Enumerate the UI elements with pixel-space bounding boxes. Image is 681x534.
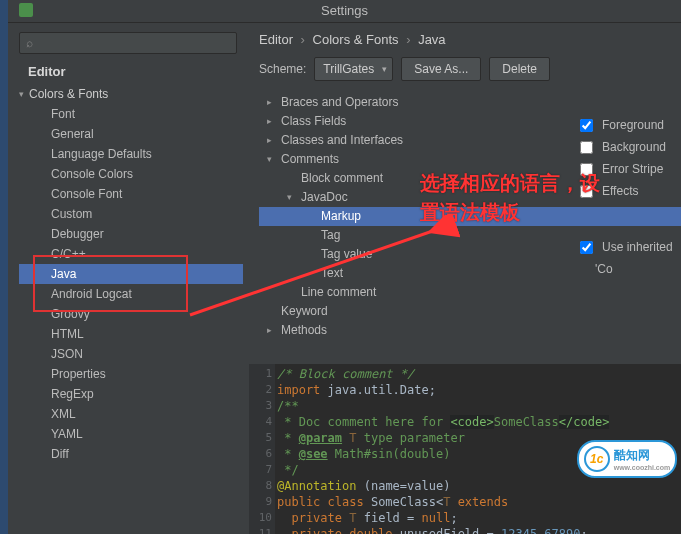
inherit-from-label: 'Co [576, 258, 681, 280]
tree-item-debugger[interactable]: Debugger [19, 224, 243, 244]
watermark-url: www.coozhi.com [614, 464, 671, 471]
opt-keyword[interactable]: Keyword [259, 302, 681, 321]
watermark-badge: 1c 酷知网 www.coozhi.com [577, 440, 677, 478]
crumb-sep-icon: › [301, 32, 305, 47]
opt-braces[interactable]: Braces and Operators [259, 93, 681, 112]
tree-item-ccpp[interactable]: C/C++ [19, 244, 243, 264]
delete-button[interactable]: Delete [489, 57, 550, 81]
stripe-checkbox[interactable]: Error Stripe [576, 158, 681, 180]
tree-root-colors-fonts[interactable]: Colors & Fonts [19, 84, 243, 104]
scheme-dropdown[interactable]: TrillGates [314, 57, 393, 81]
scheme-row: Scheme: TrillGates Save As... Delete [249, 57, 681, 81]
tree-item-language-defaults[interactable]: Language Defaults [19, 144, 243, 164]
effects-checkbox[interactable]: Effects [576, 180, 681, 202]
tree-item-custom[interactable]: Custom [19, 204, 243, 224]
settings-search-input[interactable]: ⌕ [19, 32, 237, 54]
tree-item-diff[interactable]: Diff [19, 444, 243, 464]
breadcrumb: Editor › Colors & Fonts › Java [249, 28, 681, 57]
title-bar: Settings [8, 0, 681, 23]
settings-tree[interactable]: Colors & Fonts Font General Language Def… [19, 84, 243, 464]
opt-line-comment[interactable]: Line comment [259, 283, 681, 302]
tree-item-general[interactable]: General [19, 124, 243, 144]
crumb-sep-icon: › [406, 32, 410, 47]
tree-item-font[interactable]: Font [19, 104, 243, 124]
save-as-button[interactable]: Save As... [401, 57, 481, 81]
tree-item-html[interactable]: HTML [19, 324, 243, 344]
tree-item-android-logcat[interactable]: Android Logcat [19, 284, 243, 304]
gutter: 123456789101112 [249, 364, 275, 534]
tree-item-xml[interactable]: XML [19, 404, 243, 424]
foreground-checkbox[interactable]: Foreground [576, 114, 681, 136]
tree-item-properties[interactable]: Properties [19, 364, 243, 384]
watermark-icon: 1c [584, 446, 610, 472]
scheme-label: Scheme: [259, 62, 306, 76]
crumb-editor[interactable]: Editor [259, 32, 293, 47]
background-checkbox[interactable]: Background [576, 136, 681, 158]
app-icon [19, 3, 33, 17]
watermark-text: 酷知网 [614, 447, 671, 464]
tree-item-console-colors[interactable]: Console Colors [19, 164, 243, 184]
crumb-colors-fonts[interactable]: Colors & Fonts [313, 32, 399, 47]
ide-left-strip [0, 0, 8, 534]
tree-item-regexp[interactable]: RegExp [19, 384, 243, 404]
sidebar-section-header: Editor [28, 64, 66, 79]
style-options: Foreground Background Error Stripe Effec… [576, 114, 681, 280]
search-field[interactable] [37, 35, 230, 52]
opt-methods[interactable]: Methods [259, 321, 681, 340]
tree-item-console-font[interactable]: Console Font [19, 184, 243, 204]
tree-item-groovy[interactable]: Groovy [19, 304, 243, 324]
window-title: Settings [321, 3, 368, 18]
search-icon: ⌕ [26, 36, 33, 50]
tree-item-yaml[interactable]: YAML [19, 424, 243, 444]
tree-item-json[interactable]: JSON [19, 344, 243, 364]
tree-item-java[interactable]: Java [19, 264, 243, 284]
crumb-java[interactable]: Java [418, 32, 445, 47]
inherit-checkbox[interactable]: Use inherited [576, 236, 681, 258]
